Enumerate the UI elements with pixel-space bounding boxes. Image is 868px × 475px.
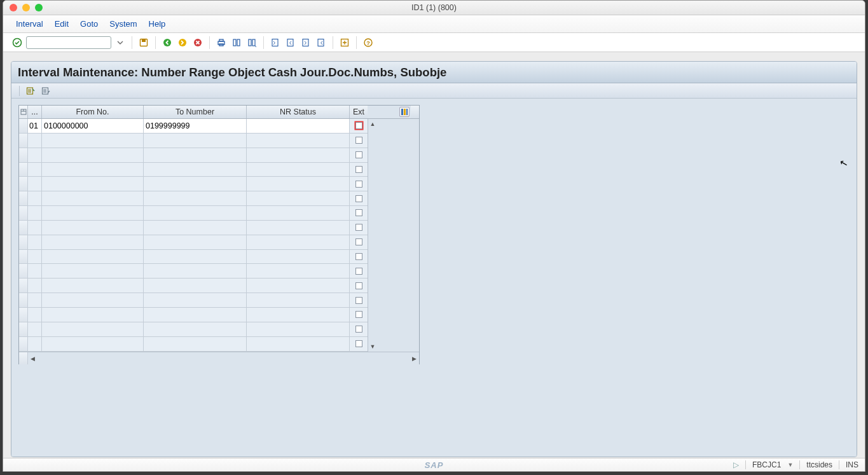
cell-ext[interactable] <box>350 250 368 264</box>
col-ext[interactable]: Ext <box>350 106 368 118</box>
cell-no[interactable] <box>28 206 42 220</box>
to-input[interactable] <box>144 308 246 322</box>
table-settings-icon[interactable] <box>399 107 410 117</box>
nrstatus-input[interactable] <box>247 221 349 235</box>
row-selector[interactable] <box>19 163 28 177</box>
row-selector[interactable] <box>19 221 28 235</box>
col-no[interactable]: ... <box>28 106 42 118</box>
row-selector[interactable] <box>19 206 28 220</box>
from-input[interactable] <box>42 250 143 264</box>
cell-from[interactable] <box>42 293 144 307</box>
cell-ext[interactable] <box>350 221 368 235</box>
nrstatus-input[interactable] <box>247 308 349 322</box>
row-selector[interactable] <box>19 148 28 162</box>
to-input[interactable] <box>144 293 246 307</box>
cell-ext[interactable] <box>350 191 368 205</box>
menu-system[interactable]: System <box>109 19 137 29</box>
ext-checkbox[interactable] <box>355 282 362 289</box>
scroll-down-icon[interactable]: ▼ <box>368 342 377 351</box>
cell-nrstatus[interactable] <box>247 264 350 278</box>
cell-nrstatus[interactable] <box>247 235 350 249</box>
scroll-up-icon[interactable]: ▲ <box>368 120 377 128</box>
cell-from[interactable] <box>42 235 144 249</box>
row-selector[interactable] <box>19 250 28 264</box>
cell-from[interactable] <box>42 279 144 293</box>
cell-nrstatus[interactable] <box>247 119 350 133</box>
cell-to[interactable] <box>144 235 247 249</box>
cell-from[interactable] <box>42 308 144 322</box>
ext-checkbox[interactable] <box>355 166 362 173</box>
cell-to[interactable] <box>144 191 247 205</box>
vertical-scrollbar[interactable]: ▲ ▼ <box>368 119 377 352</box>
row-selector[interactable] <box>19 134 28 148</box>
cell-to[interactable] <box>144 221 247 235</box>
next-page-icon[interactable] <box>300 36 312 49</box>
command-field[interactable] <box>26 36 111 49</box>
cell-nrstatus[interactable] <box>247 308 350 322</box>
cell-to[interactable] <box>144 206 247 220</box>
cell-to[interactable] <box>144 163 247 177</box>
to-input[interactable] <box>144 163 246 177</box>
scroll-right-icon[interactable]: ▶ <box>412 355 417 362</box>
cell-from[interactable] <box>42 221 144 235</box>
nrstatus-input[interactable] <box>247 250 349 264</box>
cell-nrstatus[interactable] <box>247 134 350 148</box>
cell-to[interactable] <box>144 322 247 336</box>
cell-no[interactable] <box>28 134 42 148</box>
cell-ext[interactable] <box>350 322 368 336</box>
delete-line-icon[interactable] <box>40 85 52 97</box>
cell-no[interactable] <box>28 163 42 177</box>
cell-nrstatus[interactable] <box>247 191 350 205</box>
cell-ext[interactable] <box>350 206 368 220</box>
cell-ext[interactable] <box>350 264 368 278</box>
save-icon[interactable] <box>137 36 150 49</box>
cell-nrstatus[interactable] <box>247 177 350 191</box>
menu-help[interactable]: Help <box>149 19 166 29</box>
cell-nrstatus[interactable] <box>247 221 350 235</box>
to-input[interactable] <box>144 134 246 148</box>
cell-from[interactable] <box>42 177 144 191</box>
find-next-icon[interactable] <box>245 36 258 49</box>
nrstatus-input[interactable] <box>247 264 349 278</box>
nrstatus-input[interactable] <box>247 163 349 177</box>
to-input[interactable] <box>144 191 246 205</box>
row-selector[interactable] <box>19 235 28 249</box>
cell-from[interactable] <box>42 322 144 336</box>
ext-checkbox[interactable] <box>355 195 362 202</box>
ext-checkbox[interactable] <box>355 253 362 260</box>
cell-to[interactable] <box>144 177 247 191</box>
cell-nrstatus[interactable] <box>247 293 350 307</box>
cell-to[interactable] <box>144 148 247 162</box>
cell-no[interactable] <box>28 250 42 264</box>
row-selector[interactable] <box>19 264 28 278</box>
cell-no[interactable] <box>28 177 42 191</box>
to-input[interactable] <box>144 206 246 220</box>
to-input[interactable] <box>144 235 246 249</box>
nrstatus-input[interactable] <box>247 293 349 307</box>
from-input[interactable] <box>42 148 143 162</box>
cell-to[interactable] <box>144 250 247 264</box>
cell-from[interactable] <box>42 191 144 205</box>
cell-ext[interactable] <box>350 279 368 293</box>
cell-no[interactable] <box>28 308 42 322</box>
ext-checkbox[interactable] <box>355 224 362 231</box>
cell-nrstatus[interactable] <box>247 250 350 264</box>
ext-checkbox[interactable] <box>355 297 362 304</box>
row-selector[interactable] <box>19 293 28 307</box>
horizontal-scrollbar[interactable]: ◀▶ <box>19 352 419 364</box>
cell-no[interactable] <box>28 235 42 249</box>
row-selector[interactable] <box>19 279 28 293</box>
cell-nrstatus[interactable] <box>247 148 350 162</box>
nrstatus-input[interactable] <box>247 279 349 293</box>
to-input[interactable] <box>144 279 246 293</box>
cell-from[interactable] <box>42 206 144 220</box>
cell-from[interactable] <box>42 148 144 162</box>
from-input[interactable] <box>42 308 143 322</box>
from-input[interactable] <box>42 264 143 278</box>
select-all-column[interactable] <box>19 106 28 118</box>
from-input[interactable] <box>42 134 143 148</box>
from-input[interactable] <box>42 221 143 235</box>
cell-ext[interactable] <box>350 337 368 351</box>
cell-nrstatus[interactable] <box>247 337 350 351</box>
row-selector[interactable] <box>19 308 28 322</box>
